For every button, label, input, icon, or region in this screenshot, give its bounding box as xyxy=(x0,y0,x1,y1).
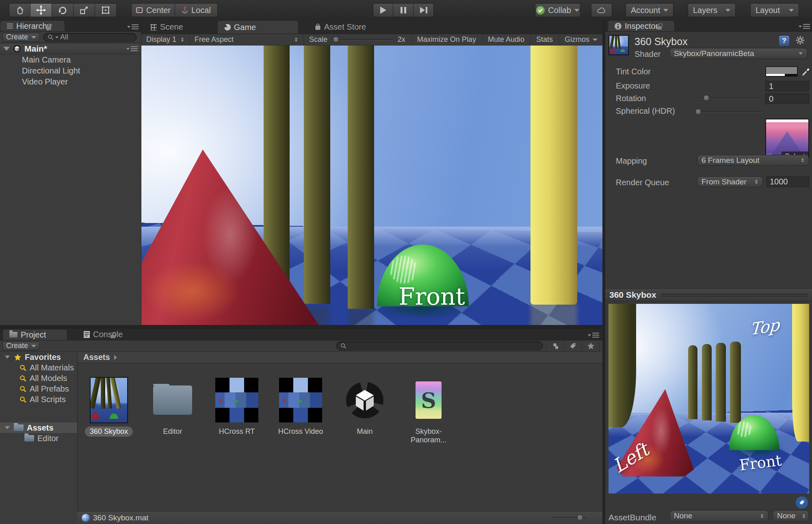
move-tool-button[interactable] xyxy=(30,3,52,17)
render-queue-mode-dropdown[interactable]: From Shader xyxy=(697,176,763,187)
collab-dropdown[interactable]: Collab xyxy=(535,3,580,17)
scale-tool-button[interactable] xyxy=(74,3,95,17)
search-by-type-icon[interactable] xyxy=(546,340,564,351)
step-button[interactable] xyxy=(414,3,434,17)
layout-dropdown[interactable]: Layout xyxy=(750,3,799,17)
preview-header[interactable]: 360 Skybox xyxy=(605,288,812,301)
panel-menu-icon[interactable] xyxy=(588,333,599,338)
favorites-foldout[interactable]: Favorites xyxy=(0,352,77,362)
saved-search-star-icon[interactable] xyxy=(582,340,600,351)
preview-drag-handle[interactable] xyxy=(661,294,808,297)
asset-grid[interactable]: 360 Skybox Editor HCross RT xyxy=(78,363,602,511)
cloud-button[interactable] xyxy=(591,3,612,17)
assetbundle-dropdown[interactable]: None xyxy=(669,510,769,522)
tree-item-all-materials[interactable]: All Materials xyxy=(0,362,77,373)
tab-hierarchy[interactable]: Hierarchy xyxy=(0,20,65,31)
star-icon xyxy=(14,353,22,361)
tab-asset-store[interactable]: Asset Store xyxy=(308,20,372,34)
display-dropdown[interactable]: Display 1 xyxy=(141,34,190,45)
project-create-dropdown[interactable]: Create xyxy=(2,342,40,351)
exposure-slider[interactable] xyxy=(695,97,763,99)
tab-scene[interactable]: Scene xyxy=(144,20,190,34)
search-filter-buttons xyxy=(546,340,600,351)
project-search-input[interactable] xyxy=(336,341,543,351)
lock-icon[interactable] xyxy=(656,23,662,29)
tree-item-all-models[interactable]: All Models xyxy=(0,373,77,383)
scene-row-main[interactable]: Main* xyxy=(0,43,141,54)
panel-menu-icon[interactable] xyxy=(127,24,139,29)
chevron-down-icon xyxy=(574,9,579,12)
material-preview[interactable]: Top Left Front xyxy=(608,304,809,494)
pause-button[interactable] xyxy=(393,3,414,17)
tab-game[interactable]: Game xyxy=(217,20,299,34)
account-dropdown[interactable]: Account xyxy=(626,3,673,17)
asset-item-360-skybox[interactable]: 360 Skybox xyxy=(79,377,139,437)
maximize-on-play-button[interactable]: Maximize On Play xyxy=(411,34,482,45)
material-thumbnail[interactable] xyxy=(608,35,629,55)
render-queue-mode: From Shader xyxy=(702,178,747,186)
scale-slider-handle[interactable] xyxy=(333,37,339,43)
foldout-triangle-icon[interactable] xyxy=(5,355,10,359)
tree-item-editor[interactable]: Editor xyxy=(0,433,77,444)
hierarchy-create-dropdown[interactable]: Create xyxy=(2,33,40,42)
tab-project[interactable]: Project xyxy=(2,329,67,340)
exposure-slider-handle[interactable] xyxy=(703,95,709,101)
create-label: Create xyxy=(6,342,28,350)
game-viewport[interactable]: Front xyxy=(141,45,602,325)
layers-label: Layers xyxy=(693,6,717,15)
assetbundle-variant-dropdown[interactable]: None xyxy=(773,510,809,522)
hierarchy-item-video-player[interactable]: Video Player xyxy=(0,76,141,87)
pivot-toggle-button[interactable]: Center xyxy=(131,3,175,17)
tree-item-all-scripts[interactable]: All Scripts xyxy=(0,394,77,405)
assetbundle-tag-icon[interactable] xyxy=(796,496,808,509)
aspect-dropdown[interactable]: Free Aspect xyxy=(190,34,303,45)
scene-menu-icon[interactable] xyxy=(126,46,138,51)
rotation-slider[interactable] xyxy=(695,111,763,113)
stats-button[interactable]: Stats xyxy=(530,34,559,45)
mapping-dropdown[interactable]: 6 Frames Layout xyxy=(697,155,809,166)
rotate-tool-button[interactable] xyxy=(52,3,74,17)
asset-item-hcross-video[interactable]: HCross Video xyxy=(271,377,331,437)
breadcrumb-assets[interactable]: Assets xyxy=(83,353,110,362)
tint-color-swatch[interactable] xyxy=(765,66,798,77)
exposure-field[interactable]: 1 xyxy=(765,81,809,91)
asset-item-hcross-rt[interactable]: HCross RT xyxy=(207,377,267,437)
tab-console[interactable]: Console xyxy=(77,329,129,340)
asset-item-main-scene[interactable]: Main xyxy=(335,377,395,437)
render-queue-field[interactable]: 1000 xyxy=(766,176,809,187)
search-by-label-icon[interactable] xyxy=(564,340,582,351)
mute-audio-button[interactable]: Mute Audio xyxy=(482,34,530,45)
gizmos-dropdown[interactable]: Gizmos xyxy=(559,34,602,45)
hierarchy-item-directional-light[interactable]: Directional Light xyxy=(0,65,141,76)
scale-slider[interactable] xyxy=(331,39,394,40)
shader-dropdown[interactable]: Skybox/PanoramicBeta xyxy=(669,48,808,59)
panel-menu-icon[interactable] xyxy=(799,24,810,29)
tree-item-assets[interactable]: Assets xyxy=(0,422,77,433)
play-button[interactable] xyxy=(373,3,393,17)
tree-item-all-prefabs[interactable]: All Prefabs xyxy=(0,383,77,394)
playmode-controls xyxy=(373,3,434,17)
foldout-triangle-icon[interactable] xyxy=(5,426,10,429)
eyedropper-icon[interactable] xyxy=(801,66,811,76)
foldout-triangle-icon[interactable] xyxy=(3,47,10,51)
space-toggle-button[interactable]: Local xyxy=(175,3,218,17)
search-icon xyxy=(340,343,346,349)
rotation-slider-handle[interactable] xyxy=(695,109,701,115)
rect-tool-button[interactable] xyxy=(95,3,117,17)
layers-dropdown[interactable]: Layers xyxy=(688,3,736,17)
account-label: Account xyxy=(631,6,660,15)
thumbnail-size-slider[interactable] xyxy=(552,517,586,518)
gear-icon[interactable] xyxy=(795,35,806,45)
exposure-label: Exposure xyxy=(616,81,650,91)
lock-icon[interactable] xyxy=(46,24,52,30)
hand-tool-button[interactable] xyxy=(9,3,30,17)
hierarchy-search-input[interactable]: All xyxy=(43,33,137,42)
hierarchy-item-main-camera[interactable]: Main Camera xyxy=(0,54,141,65)
asset-item-editor[interactable]: Editor xyxy=(143,377,203,437)
thumbnail-size-handle[interactable] xyxy=(577,515,583,521)
help-icon[interactable]: ? xyxy=(779,36,789,46)
tab-inspector[interactable]: Inspector xyxy=(608,20,675,31)
lock-icon[interactable] xyxy=(110,332,116,338)
asset-item-skybox-shader[interactable]: S Skybox-Panoram... xyxy=(398,377,459,445)
rotation-field[interactable]: 0 xyxy=(765,93,809,104)
